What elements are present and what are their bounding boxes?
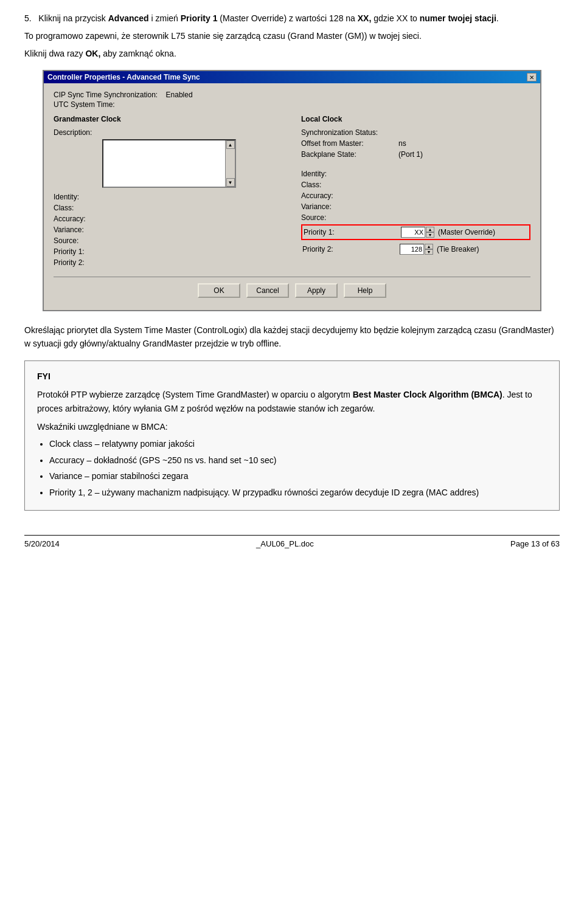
gm-variance-row: Variance: (54, 226, 283, 234)
local-source-label: Source: (301, 213, 398, 222)
gm-accuracy-label: Accuracy: (54, 215, 102, 223)
description-label: Description: (54, 128, 102, 137)
below-dialog-paragraph: Określając priorytet dla System Time Mas… (24, 323, 560, 351)
utc-label: UTC System Time: (54, 100, 115, 109)
utc-row: UTC System Time: (54, 100, 530, 109)
dialog-close-button[interactable]: ✕ (527, 73, 537, 81)
cip-sync-value: Enabled (166, 91, 193, 99)
gm-priority2-row: Priority 2: (54, 258, 283, 267)
list-item: Variance – pomiar stabilności zegara (49, 469, 547, 483)
step7-text: Kliknij dwa razy OK, aby zamknąć okna. (24, 47, 560, 60)
help-button[interactable]: Help (344, 283, 386, 298)
local-identity-row: Identity: (301, 170, 530, 178)
dialog-container: Controller Properties - Advanced Time Sy… (24, 70, 560, 311)
dialog-body: CIP Sync Time Synchronization: Enabled U… (44, 83, 540, 310)
list-item: Priority 1, 2 – używany machanizm nadpis… (49, 486, 547, 499)
cip-sync-label: CIP Sync Time Synchronization: (54, 91, 158, 99)
gm-variance-label: Variance: (54, 226, 102, 234)
local-backplane-row: Backplane State: (Port 1) (301, 150, 530, 159)
local-variance-label: Variance: (301, 202, 398, 211)
local-priority2-row: Priority 2: 128 ▲ ▼ (Tie Breaker) (301, 243, 530, 256)
list-item: Accuracy – dokładność (GPS ~250 ns vs. h… (49, 453, 547, 467)
local-accuracy-row: Accuracy: (301, 191, 530, 200)
grandmaster-column: Grandmaster Clock Description: ▲ ▼ (54, 115, 295, 269)
scroll-track (226, 149, 235, 178)
local-accuracy-label: Accuracy: (301, 191, 398, 200)
gm-priority2-label: Priority 2: (54, 258, 102, 267)
local-priority2-label: Priority 2: (302, 245, 400, 253)
apply-button[interactable]: Apply (295, 283, 338, 298)
footer-page: Page 13 of 63 (510, 539, 560, 548)
gm-source-label: Source: (54, 236, 102, 245)
local-class-row: Class: (301, 181, 530, 189)
cancel-button[interactable]: Cancel (246, 283, 289, 298)
grandmaster-header: Grandmaster Clock (54, 115, 283, 123)
local-priority1-spin-arrows: ▲ ▼ (426, 227, 434, 238)
footer-date: 5/20/2014 (24, 539, 60, 548)
below-dialog-text: Określając priorytet dla System Time Mas… (24, 323, 560, 351)
fyi-list: Clock class – relatywny pomiar jakościAc… (49, 437, 547, 499)
local-priority1-spinbox-value: XX (414, 229, 423, 236)
gm-accuracy-row: Accuracy: (54, 215, 283, 223)
dialog-title: Controller Properties - Advanced Time Sy… (47, 73, 200, 81)
local-priority2-tag: (Tie Breaker) (437, 245, 479, 253)
gm-source-row: Source: (54, 236, 283, 245)
step5-text: 5. Kliknij na przycisk Advanced i zmień … (24, 12, 560, 25)
intro-section: 5. Kliknij na przycisk Advanced i zmień … (24, 12, 560, 60)
dialog-buttons: OK Cancel Apply Help (54, 277, 530, 303)
local-clock-header: Local Clock (301, 115, 530, 123)
local-offset-row: Offset from Master: ns (301, 139, 530, 148)
local-priority1-tag: (Master Override) (438, 228, 495, 236)
list-item: Clock class – relatywny pomiar jakości (49, 437, 547, 450)
description-textbox[interactable]: ▲ ▼ (102, 139, 236, 188)
fyi-para1-text: Protokół PTP wybierze zarządcę (System T… (37, 390, 353, 399)
local-clock-column: Local Clock Synchronization Status: Offs… (295, 115, 530, 269)
footer-filename: _AUL06_PL.doc (60, 539, 510, 548)
fyi-title: FYI (37, 370, 547, 383)
local-class-label: Class: (301, 181, 398, 189)
local-identity-label: Identity: (301, 170, 398, 178)
local-priority1-label: Priority 1: (304, 228, 401, 236)
local-variance-row: Variance: (301, 202, 530, 211)
local-priority2-spinbox-value: 128 (411, 246, 422, 253)
scroll-down-btn[interactable]: ▼ (226, 178, 235, 187)
local-backplane-label: Backplane State: (301, 150, 398, 159)
local-backplane-value: (Port 1) (398, 150, 423, 159)
local-offset-label: Offset from Master: (301, 139, 398, 148)
local-priority2-spin-arrows: ▲ ▼ (425, 244, 433, 255)
gm-priority1-label: Priority 1: (54, 247, 102, 256)
cip-sync-row: CIP Sync Time Synchronization: Enabled (54, 91, 530, 99)
fyi-box: FYI Protokół PTP wybierze zarządcę (Syst… (24, 360, 560, 511)
gm-class-row: Class: (54, 204, 283, 212)
local-priority1-highlighted-row: Priority 1: XX ▲ ▼ (Master Override) (301, 224, 530, 240)
page-content: 5. Kliknij na przycisk Advanced i zmień … (24, 12, 560, 548)
page-footer: 5/20/2014 _AUL06_PL.doc Page 13 of 63 (24, 535, 560, 548)
local-priority1-spin-up[interactable]: ▲ (426, 227, 434, 232)
fyi-para1: Protokół PTP wybierze zarządcę (System T… (37, 388, 547, 415)
local-priority1-spin-down[interactable]: ▼ (426, 232, 434, 238)
gm-identity-row: Identity: (54, 193, 283, 201)
fyi-para1-bold: Best Master Clock Algorithm (BMCA) (353, 390, 502, 399)
description-scrollbar: ▲ ▼ (225, 140, 235, 187)
description-row: Description: (54, 128, 283, 137)
step6-text: To programowo zapewni, że sterownik L75 … (24, 30, 560, 43)
dialog-top-info: CIP Sync Time Synchronization: Enabled U… (54, 91, 530, 109)
fyi-wskazniki: Wskaźniki uwzględniane w BMCA: (37, 420, 547, 433)
local-priority2-spinbox[interactable]: 128 (400, 244, 424, 255)
dialog-titlebar: Controller Properties - Advanced Time Sy… (44, 71, 540, 83)
local-source-row: Source: (301, 213, 530, 222)
gm-priority1-row: Priority 1: (54, 247, 283, 256)
scroll-up-btn[interactable]: ▲ (226, 140, 235, 149)
local-sync-status-row: Synchronization Status: (301, 128, 530, 137)
controller-properties-dialog: Controller Properties - Advanced Time Sy… (43, 70, 541, 311)
local-priority2-spin-up[interactable]: ▲ (425, 244, 433, 249)
local-offset-value: ns (398, 139, 406, 148)
local-priority2-spin-down[interactable]: ▼ (425, 249, 433, 255)
gm-identity-label: Identity: (54, 193, 102, 201)
local-priority1-spinbox[interactable]: XX (401, 227, 425, 238)
ok-button[interactable]: OK (198, 283, 240, 298)
gm-class-label: Class: (54, 204, 102, 212)
local-sync-status-label: Synchronization Status: (301, 128, 398, 137)
dialog-columns: Grandmaster Clock Description: ▲ ▼ (54, 115, 530, 269)
